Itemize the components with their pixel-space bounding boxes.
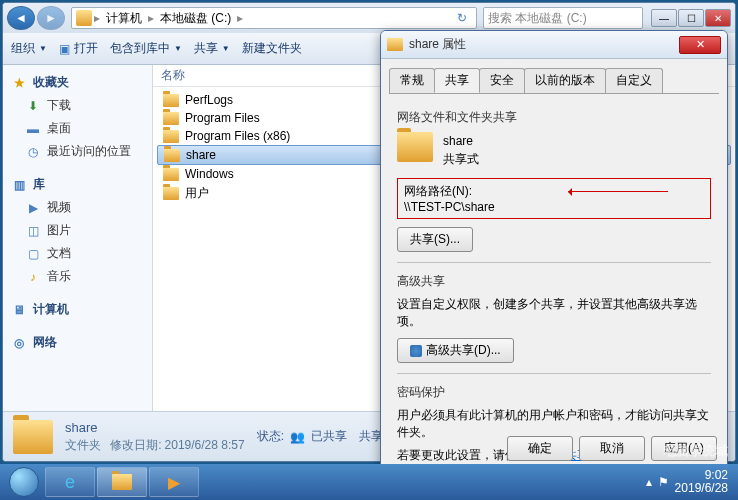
media-icon: ▶ (168, 473, 180, 492)
library-icon: ▥ (11, 177, 27, 193)
dialog-title: share 属性 (409, 36, 679, 53)
breadcrumb[interactable]: ▸ 计算机 ▸ 本地磁盘 (C:) ▸ ↻ (71, 7, 477, 29)
folder-icon (112, 474, 132, 490)
chevron-right-icon: ▸ (148, 11, 154, 25)
tab-general[interactable]: 常规 (389, 68, 435, 93)
folder-icon (387, 38, 403, 51)
shield-icon (410, 345, 422, 357)
drive-icon (76, 10, 92, 26)
sidebar: ★收藏夹 ⬇下载 ▬桌面 ◷最近访问的位置 ▥库 ▶视频 ◫图片 ▢文档 ♪音乐… (3, 65, 153, 411)
folder-icon (163, 187, 179, 200)
ie-icon: e (65, 472, 75, 493)
chevron-right-icon: ▸ (237, 11, 243, 25)
tab-previous[interactable]: 以前的版本 (524, 68, 606, 93)
include-menu[interactable]: 包含到库中▼ (110, 40, 182, 57)
windows-icon (9, 467, 39, 497)
share-name: share (443, 132, 479, 150)
recent-icon: ◷ (25, 144, 41, 160)
details-status: 状态: 👥 已共享 (257, 428, 347, 445)
star-icon: ★ (11, 75, 27, 91)
taskbar-media[interactable]: ▶ (149, 467, 199, 497)
path-value: \\TEST-PC\share (404, 200, 704, 214)
folder-icon (163, 130, 179, 143)
details-text: share 文件夹 修改日期: 2019/6/28 8:57 (65, 419, 245, 454)
tray-up-icon[interactable]: ▴ (646, 475, 652, 489)
desktop-icon: ▬ (25, 121, 41, 137)
titlebar: ◄ ► ▸ 计算机 ▸ 本地磁盘 (C:) ▸ ↻ 搜索 本地磁盘 (C:) —… (3, 3, 735, 33)
search-placeholder: 搜索 本地磁盘 (C:) (488, 10, 587, 27)
refresh-icon[interactable]: ↻ (452, 11, 472, 25)
network-path-box: 网络路径(N): \\TEST-PC\share (397, 178, 711, 219)
tab-custom[interactable]: 自定义 (605, 68, 663, 93)
music-icon: ♪ (25, 269, 41, 285)
open-icon: ▣ (59, 42, 70, 56)
sidebar-network[interactable]: ◎网络 (3, 331, 152, 354)
breadcrumb-computer[interactable]: 计算机 (102, 10, 146, 27)
start-button[interactable] (4, 466, 44, 498)
folder-icon (163, 112, 179, 125)
ok-button[interactable]: 确定 (507, 436, 573, 461)
chevron-down-icon: ▼ (39, 44, 47, 53)
network-icon: ◎ (11, 335, 27, 351)
tab-sharing[interactable]: 共享 (434, 68, 480, 93)
advanced-desc: 设置自定义权限，创建多个共享，并设置其他高级共享选项。 (397, 296, 711, 330)
sidebar-computer[interactable]: 🖥计算机 (3, 298, 152, 321)
organize-menu[interactable]: 组织▼ (11, 40, 47, 57)
cancel-button[interactable]: 取消 (579, 436, 645, 461)
maximize-button[interactable]: ☐ (678, 9, 704, 27)
sidebar-pictures[interactable]: ◫图片 (3, 219, 152, 242)
share-info: share 共享式 (397, 132, 711, 168)
taskbar-ie[interactable]: e (45, 467, 95, 497)
annotation-arrow (568, 191, 668, 192)
folder-icon (164, 149, 180, 162)
sidebar-music[interactable]: ♪音乐 (3, 265, 152, 288)
forward-button[interactable]: ► (37, 6, 65, 30)
tray-clock[interactable]: 9:02 2019/6/28 (675, 469, 728, 495)
section-network-sharing: 网络文件和文件夹共享 (397, 109, 711, 126)
share-state: 共享式 (443, 150, 479, 168)
folder-icon (13, 420, 53, 454)
tab-security[interactable]: 安全 (479, 68, 525, 93)
details-name: share (65, 419, 245, 437)
system-tray: ▴ ⚑ 9:02 2019/6/28 (646, 469, 734, 495)
dialog-titlebar: share 属性 ✕ (381, 31, 727, 59)
watermark: 电脑系统城 (663, 442, 728, 460)
nav-buttons: ◄ ► (7, 6, 65, 30)
sidebar-recent[interactable]: ◷最近访问的位置 (3, 140, 152, 163)
open-button[interactable]: ▣打开 (59, 40, 98, 57)
sidebar-documents[interactable]: ▢文档 (3, 242, 152, 265)
people-icon: 👥 (290, 430, 305, 444)
folder-icon (163, 168, 179, 181)
section-password: 密码保护 (397, 384, 711, 401)
folder-icon (397, 132, 433, 162)
action-center-icon[interactable]: ⚑ (658, 475, 669, 489)
chevron-down-icon: ▼ (174, 44, 182, 53)
search-input[interactable]: 搜索 本地磁盘 (C:) (483, 7, 643, 29)
download-icon: ⬇ (25, 98, 41, 114)
advanced-share-button[interactable]: 高级共享(D)... (397, 338, 514, 363)
sidebar-libraries[interactable]: ▥库 (3, 173, 152, 196)
sidebar-videos[interactable]: ▶视频 (3, 196, 152, 219)
folder-icon (163, 94, 179, 107)
close-button[interactable]: ✕ (705, 9, 731, 27)
video-icon: ▶ (25, 200, 41, 216)
sidebar-favorites[interactable]: ★收藏夹 (3, 71, 152, 94)
dialog-close-button[interactable]: ✕ (679, 36, 721, 54)
picture-icon: ◫ (25, 223, 41, 239)
taskbar-explorer[interactable] (97, 467, 147, 497)
newfolder-button[interactable]: 新建文件夹 (242, 40, 302, 57)
dialog-body: 常规 共享 安全 以前的版本 自定义 网络文件和文件夹共享 share 共享式 … (381, 59, 727, 470)
sidebar-desktop[interactable]: ▬桌面 (3, 117, 152, 140)
document-icon: ▢ (25, 246, 41, 262)
section-advanced: 高级共享 (397, 273, 711, 290)
share-button[interactable]: 共享(S)... (397, 227, 473, 252)
tab-content: 网络文件和文件夹共享 share 共享式 网络路径(N): \\TEST-PC\… (389, 101, 719, 470)
window-controls: — ☐ ✕ (651, 9, 731, 27)
minimize-button[interactable]: — (651, 9, 677, 27)
back-button[interactable]: ◄ (7, 6, 35, 30)
share-menu[interactable]: 共享▼ (194, 40, 230, 57)
chevron-right-icon: ▸ (94, 11, 100, 25)
breadcrumb-drive[interactable]: 本地磁盘 (C:) (156, 10, 235, 27)
sidebar-downloads[interactable]: ⬇下载 (3, 94, 152, 117)
properties-dialog: share 属性 ✕ 常规 共享 安全 以前的版本 自定义 网络文件和文件夹共享… (380, 30, 728, 470)
